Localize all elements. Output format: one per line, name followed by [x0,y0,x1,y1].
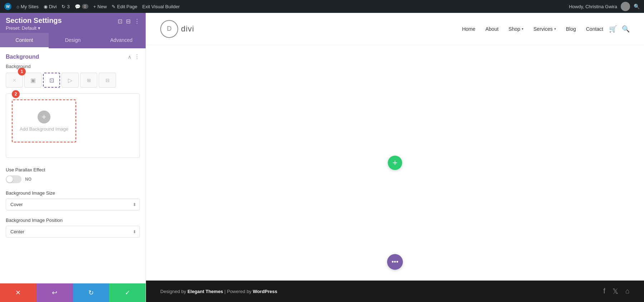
action-bar: ✕ ↩ ↻ ✓ [0,283,146,302]
add-row-button[interactable]: + [388,156,402,170]
add-background-image-btn[interactable]: + Add Background Image [12,99,76,142]
edit-page-btn[interactable]: ✎ Edit Page [112,4,137,9]
site-logo: D divi [160,20,194,38]
site-nav: Home About Shop ▾ Services ▾ Blog Contac [462,26,603,32]
admin-bar-left: W ⌂ My Sites ◉ Divi ↻ 3 💬 0 + New ✎ Edit… [4,3,563,10]
parallax-label: Use Parallax Effect [6,167,140,172]
image-icon: ⊡ [49,77,54,84]
image-position-select[interactable]: Center Top Left Top Center Top Right [6,226,140,238]
site-header: D divi Home About Shop ▾ Services ▾ [146,13,644,45]
bg-type-image[interactable]: ⊡ [43,73,60,88]
bg-type-video[interactable]: ▷ [62,73,79,88]
columns-icon[interactable]: ⊟ [126,18,131,25]
new-btn[interactable]: + New [93,4,107,9]
background-section-title: Background [6,54,39,60]
step1-badge: 1 [18,68,26,76]
video-icon: ▷ [68,77,72,84]
panel-tabs: Content Design Advanced [0,33,146,48]
exit-builder-btn[interactable]: Exit Visual Builder [142,4,180,9]
image-position-select-wrapper: Center Top Left Top Center Top Right [6,226,140,238]
cart-icon[interactable]: 🛒 [609,25,617,33]
cancel-button[interactable]: ✕ [0,283,36,302]
background-section-header: Background ∧ ⋮ [0,48,146,64]
right-content: D divi Home About Shop ▾ Services ▾ [146,13,644,302]
panel-header-icons: ⊡ ⊟ ⋮ [118,18,140,25]
nav-home[interactable]: Home [462,26,475,32]
responsive-icon[interactable]: ⊡ [118,18,122,25]
none-icon: ✕ [13,78,16,83]
nav-shop[interactable]: Shop ▾ [508,26,523,32]
save-button[interactable]: ✓ [109,283,146,302]
panel-header-info: Section Settings Preset: Default ▾ [6,16,62,31]
divi-btn[interactable]: ◉ Divi [44,4,57,9]
user-avatar[interactable] [621,2,630,11]
background-type-row: 1 ✕ ▣ ⊡ ▷ ⊞ ⊟ [0,71,146,92]
nav-about[interactable]: About [486,26,499,32]
tab-advanced[interactable]: Advanced [97,33,146,48]
logo-text: divi [181,24,194,34]
left-panel: Section Settings Preset: Default ▾ ⊡ ⊟ ⋮… [0,13,146,302]
redo-button[interactable]: ↻ [73,283,109,302]
revisions-icon: ↻ [62,4,65,9]
footer-text: Designed by Elegant Themes | Powered by … [160,289,277,294]
search-icon[interactable]: 🔍 [634,4,640,9]
more-options-icon[interactable]: ⋮ [134,18,140,25]
add-image-plus-icon: + [38,111,50,123]
footer-social: f 𝕏 ⌂ [603,287,630,296]
panel-title: Section Settings [6,16,62,25]
add-image-label: Add Background Image [20,126,68,132]
ellipsis-icon: ••• [392,258,399,266]
panel-content: Background ∧ ⋮ Background 1 ✕ ▣ ⊡ [0,48,146,302]
bg-type-mask[interactable]: ⊟ [99,73,116,88]
tab-content[interactable]: Content [0,33,49,48]
nav-icons: 🛒 🔍 [609,25,630,33]
search-icon[interactable]: 🔍 [622,25,630,33]
section-more-icon[interactable]: ⋮ [134,53,140,60]
comments-btn[interactable]: 💬 0 [75,4,88,9]
shop-chevron-icon: ▾ [522,27,523,31]
nav-blog[interactable]: Blog [566,26,576,32]
bg-type-pattern[interactable]: ⊞ [80,73,97,88]
plus-icon: + [93,4,96,9]
save-icon: ✓ [125,289,130,297]
bg-type-color[interactable]: ▣ [24,73,42,88]
toggle-knob [6,176,13,182]
image-position-field: Background Image Position Center Top Lef… [0,214,146,241]
comments-icon: 💬 [75,4,80,9]
facebook-icon[interactable]: f [603,287,605,296]
my-sites-btn[interactable]: ⌂ My Sites [16,4,39,9]
add-row-icon: + [392,158,397,168]
image-size-select[interactable]: Cover Contain Stretch [6,199,140,210]
pattern-icon: ⊞ [87,78,91,83]
parallax-toggle[interactable] [6,175,21,183]
main-layout: Section Settings Preset: Default ▾ ⊡ ⊟ ⋮… [0,13,644,302]
howdy-text: Howdy, Christina Gwira [569,4,617,9]
divi-icon: ◉ [44,4,48,9]
image-size-label: Background Image Size [6,190,140,196]
undo-icon: ↩ [52,289,57,297]
more-options-button[interactable]: ••• [387,254,403,270]
wordpress-icon[interactable]: W [4,3,11,10]
undo-button[interactable]: ↩ [36,283,73,302]
collapse-icon[interactable]: ∧ [128,54,131,60]
nav-contact[interactable]: Contact [586,26,603,32]
redo-icon: ↻ [88,289,94,297]
section-header-icons: ∧ ⋮ [128,53,140,60]
admin-bar-right: Howdy, Christina Gwira 🔍 [569,2,640,11]
color-icon: ▣ [30,77,36,84]
panel-header: Section Settings Preset: Default ▾ ⊡ ⊟ ⋮ [0,13,146,33]
nav-services[interactable]: Services ▾ [533,26,556,32]
image-position-label: Background Image Position [6,218,140,223]
image-size-select-wrapper: Cover Contain Stretch [6,199,140,210]
page-content: + ••• [146,45,644,281]
revisions-btn[interactable]: ↻ 3 [62,4,69,9]
cancel-icon: ✕ [15,289,21,297]
step2-badge: 2 [12,90,20,98]
tab-design[interactable]: Design [49,33,97,48]
instagram-icon[interactable]: ⌂ [625,287,630,296]
mask-icon: ⊟ [106,78,109,83]
parallax-field: Use Parallax Effect NO [0,164,146,187]
panel-preset[interactable]: Preset: Default ▾ [6,25,62,31]
home-icon: ⌂ [16,4,19,9]
twitter-icon[interactable]: 𝕏 [613,287,618,296]
